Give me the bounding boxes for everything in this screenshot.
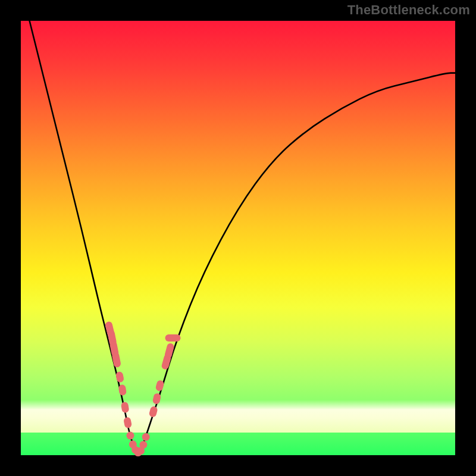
curve-marker: [123, 416, 132, 428]
curve-marker: [121, 402, 130, 414]
curve-marker: [127, 432, 134, 440]
curve-marker: [165, 334, 181, 342]
curve-marker: [149, 406, 158, 418]
watermark-text: TheBottleneck.com: [347, 2, 470, 18]
compatibility-curve: [30, 21, 455, 453]
curve-marker: [139, 441, 147, 449]
curve-marker: [111, 351, 121, 368]
curve-layer: [21, 21, 455, 455]
curve-markers: [105, 321, 181, 456]
chart-frame: TheBottleneck.com: [0, 0, 476, 476]
curve-marker: [142, 433, 150, 441]
plot-area: [21, 21, 455, 455]
